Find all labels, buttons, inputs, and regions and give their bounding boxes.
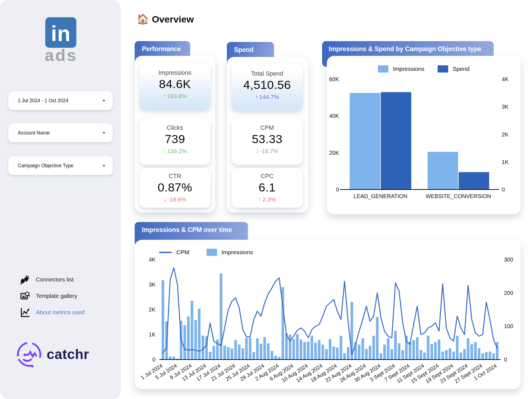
ads-wordmark: ads (39, 46, 83, 65)
image-search-icon (20, 291, 30, 301)
template-gallery-link[interactable]: Template gallery (20, 290, 77, 301)
legend-item-impressions: Impressions (378, 65, 424, 73)
up-arrow-icon: ↑ (163, 93, 166, 99)
linkedin-logo-text: in (51, 23, 71, 44)
performance-card: Impressions 84.6K ↑193.8% Clicks 739 ↑13… (135, 56, 215, 213)
dashboard-page: in ads 1 Jul 2024 - 1 Oct 2024 ▾ Account… (0, 0, 532, 399)
metric-label: CTR (139, 173, 210, 180)
sidebar: in ads 1 Jul 2024 - 1 Oct 2024 ▾ Account… (0, 0, 121, 399)
spend-swatch-icon (438, 65, 448, 73)
house-icon: 🏠 (137, 13, 149, 25)
campaign-objective-value: Campaign Objective Type (18, 163, 73, 169)
page-title: 🏠Overview (137, 13, 194, 25)
metric-delta: ↓-16.7% (232, 148, 303, 154)
metric-value: 84.6K (139, 77, 210, 91)
template-gallery-label: Template gallery (36, 293, 77, 299)
date-range-filter[interactable]: 1 Jul 2024 - 1 Oct 2024 ▾ (8, 91, 113, 110)
svg-text:40K: 40K (329, 113, 339, 119)
metric-label: CPC (232, 173, 303, 180)
metric-value: 0.87% (139, 181, 210, 194)
objective-chart-legend: Impressions Spend (327, 65, 521, 73)
about-metrics-label: About metrics used (36, 309, 84, 316)
chevron-down-icon: ▾ (103, 98, 105, 103)
metric-delta: ↑2.3% (232, 196, 303, 203)
account-name-filter[interactable]: Account Name ▾ (8, 123, 113, 142)
metric-value: 739 (139, 132, 210, 146)
svg-text:4K: 4K (502, 76, 509, 82)
svg-text:60K: 60K (329, 76, 339, 82)
svg-text:1K: 1K (149, 331, 156, 338)
chevron-down-icon: ▾ (103, 163, 105, 168)
svg-text:0: 0 (336, 186, 339, 193)
up-arrow-icon: ↑ (255, 94, 258, 100)
ctr-metric-card: CTR 0.87% ↓-18.6% (139, 168, 210, 208)
catchr-brand[interactable]: catchr (16, 341, 89, 368)
svg-text:1K: 1K (502, 159, 509, 165)
legend-item-spend: Spend (438, 65, 470, 73)
metric-label: CPM (232, 124, 303, 131)
metric-delta: ↑144.7% (232, 94, 303, 100)
svg-text:0: 0 (504, 356, 507, 363)
connectors-list-label: Connectors list (36, 276, 74, 283)
impressions-metric-card: Impressions 84.6K ↑193.8% (139, 63, 210, 110)
catchr-logo-icon (16, 341, 43, 368)
svg-text:100: 100 (504, 323, 513, 329)
metric-delta: ↑193.8% (139, 93, 210, 99)
svg-text:WEBSITE_CONVERSION: WEBSITE_CONVERSION (426, 193, 491, 200)
svg-text:200: 200 (504, 290, 513, 296)
impressions-cpm-time-chart: 01K2K3K4K01002003001 Jul 20245 Jul 20249… (135, 240, 521, 389)
connectors-list-link[interactable]: Connectors list (20, 274, 74, 285)
catchr-wordmark: catchr (47, 346, 89, 362)
account-name-value: Account Name (18, 130, 50, 136)
metric-value: 53.33 (232, 132, 303, 146)
metric-label: Total Spend (232, 70, 303, 77)
svg-text:2K: 2K (502, 131, 509, 138)
cpm-metric-card: CPM 53.33 ↓-16.7% (232, 118, 303, 165)
metrics-chart-icon (20, 308, 30, 317)
metric-value: 6.1 (232, 181, 303, 194)
plug-icon (20, 275, 30, 285)
svg-text:2K: 2K (149, 306, 156, 313)
time-chart-card: CPM Impressions 01K2K3K4K01002003001 Jul… (135, 240, 521, 389)
spend-card: Total Spend 4,510.56 ↑144.7% CPM 53.33 ↓… (227, 57, 308, 213)
objective-chart-card: Impressions Spend 020K40K60K01K2K3K4KLEA… (327, 56, 521, 214)
svg-text:0: 0 (502, 186, 505, 193)
svg-text:3K: 3K (502, 104, 509, 110)
cpc-metric-card: CPC 6.1 ↑2.3% (232, 168, 303, 208)
total-spend-metric-card: Total Spend 4,510.56 ↑144.7% (232, 64, 303, 111)
clicks-metric-card: Clicks 739 ↑139.2% (139, 118, 210, 165)
up-arrow-icon: ↑ (259, 196, 262, 203)
campaign-objective-filter[interactable]: Campaign Objective Type ▾ (8, 156, 113, 175)
svg-text:300: 300 (504, 256, 513, 263)
down-arrow-icon: ↓ (256, 148, 259, 154)
linkedin-logo-icon: in (45, 17, 76, 48)
up-arrow-icon: ↑ (163, 148, 166, 154)
objective-bar-chart: 020K40K60K01K2K3K4KLEAD_GENERATIONWEBSIT… (327, 73, 521, 214)
metric-label: Clicks (139, 124, 210, 131)
metric-delta: ↓-18.6% (139, 196, 210, 203)
svg-text:3K: 3K (149, 281, 156, 288)
svg-text:20K: 20K (329, 150, 339, 156)
metric-label: Impressions (139, 69, 210, 76)
svg-text:LEAD_GENERATION: LEAD_GENERATION (353, 193, 407, 200)
about-metrics-link[interactable]: About metrics used (20, 307, 84, 318)
impressions-swatch-icon (378, 65, 388, 73)
svg-text:0: 0 (152, 356, 155, 363)
svg-text:4K: 4K (149, 256, 156, 263)
chevron-down-icon: ▾ (103, 130, 105, 135)
down-arrow-icon: ↓ (164, 196, 167, 203)
metric-delta: ↑139.2% (139, 148, 210, 154)
date-range-value: 1 Jul 2024 - 1 Oct 2024 (18, 98, 68, 104)
metric-value: 4,510.56 (232, 78, 303, 92)
